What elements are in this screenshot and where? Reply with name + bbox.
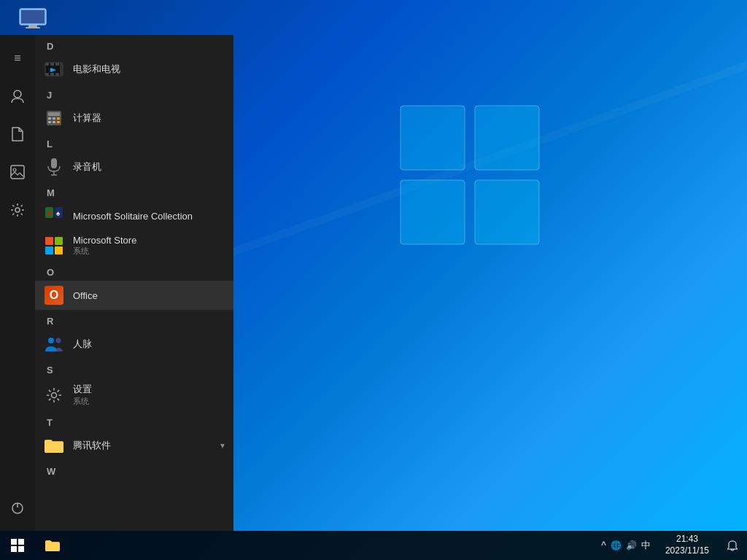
svg-rect-0 bbox=[400, 106, 465, 170]
svg-rect-3 bbox=[475, 180, 539, 244]
svg-text:♥: ♥ bbox=[47, 209, 52, 217]
hamburger-icon: ≡ bbox=[14, 52, 20, 65]
app-people[interactable]: 人脉 bbox=[35, 330, 233, 359]
app-movies-tv[interactable]: 电影和电视 bbox=[35, 55, 233, 84]
ms-store-sub: 系统 bbox=[73, 246, 136, 257]
calculator-name: 计算器 bbox=[73, 112, 225, 125]
section-s: S bbox=[35, 359, 233, 378]
settings-app-icon bbox=[44, 385, 64, 405]
start-windows-icon bbox=[11, 539, 24, 552]
ms-store-name: Microsoft Store bbox=[73, 235, 136, 246]
taskbar-clock[interactable]: 21:43 2023/11/15 bbox=[657, 534, 718, 556]
sidebar-photos-button[interactable] bbox=[0, 155, 35, 190]
section-o: O bbox=[35, 261, 233, 281]
section-j: J bbox=[35, 84, 233, 104]
svg-rect-41 bbox=[11, 539, 17, 545]
svg-rect-19 bbox=[50, 73, 54, 76]
sidebar-power-button[interactable] bbox=[0, 490, 35, 525]
sidebar-user-button[interactable] bbox=[0, 79, 35, 114]
windows-logo bbox=[397, 102, 543, 248]
start-menu-applist[interactable]: D 电影和电视 bbox=[35, 35, 233, 531]
calculator-icon bbox=[44, 108, 64, 128]
start-menu-sidebar: ≡ bbox=[0, 35, 35, 531]
voice-recorder-icon bbox=[44, 157, 64, 177]
svg-rect-26 bbox=[53, 117, 55, 120]
movies-tv-name: 电影和电视 bbox=[73, 63, 120, 76]
section-r: R bbox=[35, 310, 233, 330]
svg-rect-25 bbox=[48, 117, 51, 120]
settings-sub: 系统 bbox=[73, 396, 92, 407]
file-explorer-icon bbox=[44, 539, 61, 552]
tray-volume-icon[interactable]: 🔊 bbox=[626, 540, 637, 551]
office-icon: O bbox=[44, 285, 64, 306]
taskbar-start-button[interactable] bbox=[0, 531, 35, 560]
svg-rect-16 bbox=[50, 63, 54, 66]
app-office[interactable]: O Office bbox=[35, 281, 233, 310]
power-icon bbox=[9, 499, 26, 516]
voice-recorder-name: 录音机 bbox=[73, 160, 225, 174]
svg-rect-10 bbox=[11, 166, 24, 179]
taskbar: ^ 🌐 🔊 中 21:43 2023/11/15 bbox=[0, 531, 747, 560]
tencent-folder-icon bbox=[44, 435, 64, 456]
svg-rect-17 bbox=[55, 63, 59, 66]
svg-point-38 bbox=[48, 338, 54, 343]
svg-point-12 bbox=[15, 208, 20, 212]
hamburger-button[interactable]: ≡ bbox=[0, 41, 35, 76]
clock-time: 21:43 bbox=[676, 534, 698, 545]
notification-icon bbox=[727, 540, 738, 551]
svg-text:♠: ♠ bbox=[56, 209, 61, 217]
section-w: W bbox=[35, 460, 233, 480]
people-icon bbox=[44, 334, 64, 354]
settings-name: 设置 bbox=[73, 383, 92, 396]
sidebar-settings-button[interactable] bbox=[0, 192, 35, 228]
svg-rect-31 bbox=[51, 158, 57, 168]
svg-rect-27 bbox=[57, 117, 60, 120]
svg-rect-42 bbox=[18, 539, 24, 545]
app-solitaire[interactable]: ♥ ♠ Microsoft Solitaire Collection bbox=[35, 201, 233, 230]
app-settings[interactable]: 设置 系统 bbox=[35, 378, 233, 411]
svg-rect-30 bbox=[57, 121, 60, 123]
sidebar-file-button[interactable] bbox=[0, 117, 35, 152]
solitaire-name: Microsoft Solitaire Collection bbox=[73, 211, 225, 222]
tray-input-method[interactable]: 中 bbox=[641, 539, 651, 552]
notification-button[interactable] bbox=[718, 531, 747, 560]
svg-rect-6 bbox=[21, 10, 44, 23]
app-voice-recorder[interactable]: 录音机 bbox=[35, 152, 233, 182]
tencent-name: 腾讯软件 bbox=[73, 439, 220, 452]
desktop: 此电脑 ≡ bbox=[0, 0, 747, 560]
expand-icon: ▾ bbox=[220, 440, 225, 451]
tray-network-icon[interactable]: 🌐 bbox=[611, 540, 622, 551]
svg-point-39 bbox=[56, 338, 61, 343]
user-icon bbox=[9, 88, 26, 104]
svg-rect-2 bbox=[400, 180, 465, 244]
svg-rect-44 bbox=[18, 546, 24, 552]
section-t: T bbox=[35, 411, 233, 431]
office-name: Office bbox=[73, 290, 225, 301]
clock-date: 2023/11/15 bbox=[665, 545, 709, 557]
solitaire-icon: ♥ ♠ bbox=[44, 206, 64, 226]
tray-chevron[interactable]: ^ bbox=[601, 540, 606, 551]
svg-point-40 bbox=[52, 392, 57, 397]
svg-rect-1 bbox=[475, 106, 539, 170]
app-tencent[interactable]: 腾讯软件 ▾ bbox=[35, 431, 233, 460]
app-calculator[interactable]: 计算器 bbox=[35, 104, 233, 133]
taskbar-right: ^ 🌐 🔊 中 21:43 2023/11/15 bbox=[595, 531, 747, 560]
svg-rect-8 bbox=[26, 27, 40, 28]
svg-rect-24 bbox=[48, 112, 60, 116]
file-icon bbox=[10, 126, 25, 142]
system-tray: ^ 🌐 🔊 中 bbox=[595, 539, 657, 552]
taskbar-file-explorer-button[interactable] bbox=[35, 531, 70, 560]
ms-store-icon bbox=[44, 236, 64, 256]
svg-rect-15 bbox=[45, 63, 49, 66]
svg-rect-18 bbox=[45, 73, 49, 76]
people-name: 人脉 bbox=[73, 338, 225, 351]
svg-point-11 bbox=[13, 168, 16, 171]
section-d: D bbox=[35, 35, 233, 55]
svg-rect-20 bbox=[55, 73, 59, 76]
app-ms-store[interactable]: Microsoft Store 系统 bbox=[35, 230, 233, 261]
photos-icon bbox=[9, 164, 26, 180]
start-menu: ≡ bbox=[0, 35, 233, 531]
svg-rect-28 bbox=[48, 121, 51, 123]
section-l: L bbox=[35, 133, 233, 152]
svg-rect-21 bbox=[60, 63, 63, 76]
